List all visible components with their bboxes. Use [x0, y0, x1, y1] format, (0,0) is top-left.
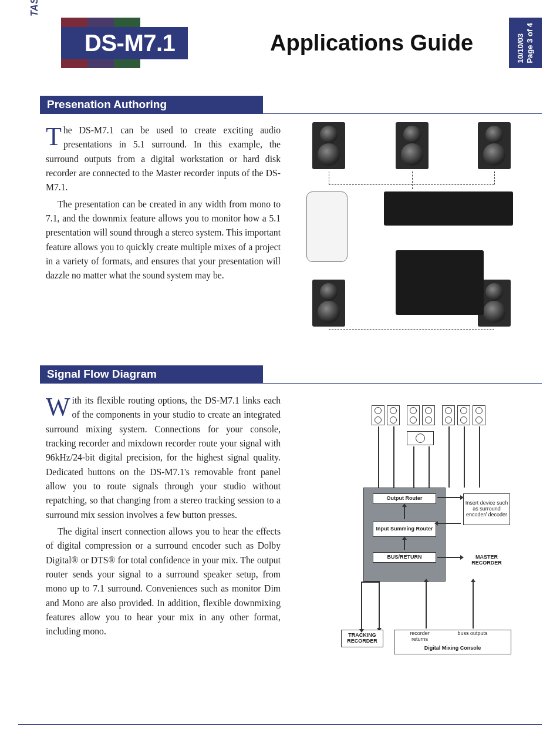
page-date-tab: 10/10/03 Page 3 of 4	[509, 18, 542, 68]
label-recorder-returns: recorder returns	[402, 631, 437, 643]
speaker-icon	[396, 122, 429, 169]
signal-line	[329, 172, 329, 184]
doc-page: Page 3 of 4	[525, 23, 534, 63]
signal-line	[412, 172, 413, 189]
section-heading-signal-flow: Signal Flow Diagram	[40, 365, 263, 383]
speaker-icon	[407, 405, 420, 425]
speaker-icon	[478, 122, 511, 169]
s1-p2: The presentation can be created in any w…	[46, 197, 281, 283]
s1-p1: he DS-M7.1 can be used to create excitin…	[46, 125, 281, 192]
dropcap: W	[46, 394, 72, 418]
doc-date: 10/10/03	[516, 33, 525, 63]
speaker-icon	[457, 405, 470, 425]
section-rule	[40, 383, 542, 384]
label-console: Digital Mixing Console	[424, 646, 481, 651]
model-text: DS-M7.1	[85, 30, 175, 56]
box-bus-return: BUS/RETURN	[373, 552, 436, 563]
doc-title: Applications Guide	[270, 31, 473, 56]
label-buss-outputs: buss outputs	[455, 631, 490, 637]
speaker-icon	[442, 405, 455, 425]
box-input-summing: Input Summing Router	[373, 522, 436, 537]
s2-p2: The digital insert connection allows you…	[46, 525, 281, 639]
page-bottom-rule	[18, 724, 542, 725]
speaker-icon	[312, 280, 345, 327]
signal-line	[329, 329, 494, 330]
dropcap: T	[46, 123, 63, 147]
box-insert: Insert device such as surround encoder/ …	[463, 493, 510, 525]
speaker-icon	[473, 405, 485, 425]
section-rule	[40, 113, 542, 114]
mixer-icon	[396, 250, 484, 315]
label-master-recorder: MASTER RECORDER	[463, 555, 510, 566]
section2-body: With its flexible routing options, the D…	[46, 394, 281, 641]
speaker-icon	[372, 405, 384, 425]
figure-presentation-setup	[302, 122, 522, 334]
brand-logo: TASCAM	[29, 0, 40, 16]
rack-unit-icon	[384, 191, 513, 226]
model-badge: DS-M7.1	[61, 27, 188, 59]
signal-line	[494, 172, 495, 184]
section1-body: The DS-M7.1 can be used to create exciti…	[46, 123, 281, 285]
speaker-icon	[422, 405, 435, 425]
box-output-router: Output Router	[373, 493, 436, 504]
figure-signal-flow-diagram: Output Router Input Summing Router BUS/R…	[338, 405, 519, 664]
subwoofer-icon	[407, 431, 434, 445]
computer-icon	[306, 191, 348, 262]
section-heading-presentation: Presenation Authoring	[40, 96, 263, 113]
signal-line	[329, 184, 494, 185]
s2-p1: ith its flexible routing options, the DS…	[46, 395, 281, 520]
speaker-icon	[312, 122, 345, 169]
speaker-icon	[387, 405, 400, 425]
